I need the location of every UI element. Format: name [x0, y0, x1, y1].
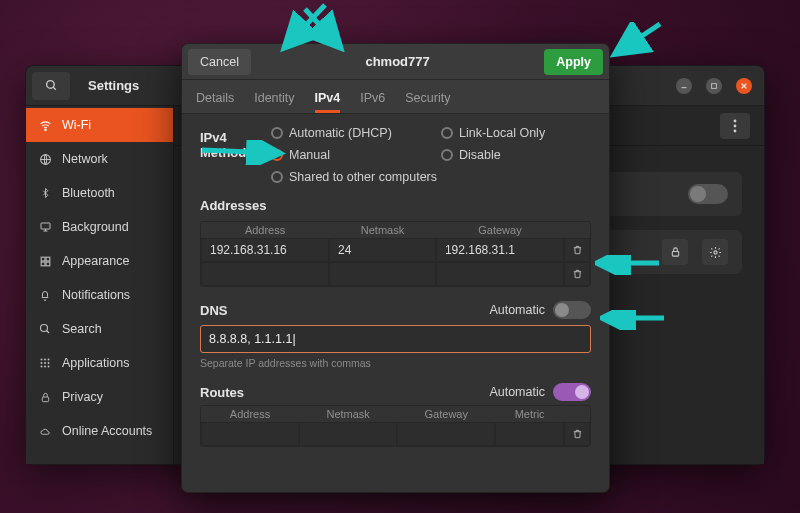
network-icon	[38, 153, 52, 166]
address-row: 192.168.31.1624192.168.31.1	[201, 238, 590, 262]
address-address-input[interactable]: 192.168.31.16	[201, 238, 329, 262]
sidebar-item-online-accounts[interactable]: Online Accounts	[26, 414, 173, 448]
routes-header-netmask: Netmask	[299, 408, 397, 420]
apply-button[interactable]: Apply	[544, 49, 603, 75]
sidebar-item-label: Appearance	[62, 254, 129, 268]
dns-automatic-label: Automatic	[489, 303, 545, 317]
tab-ipv6[interactable]: IPv6	[360, 91, 385, 113]
radio-icon	[441, 149, 453, 161]
ipv4-method-options: Automatic (DHCP)Link-Local OnlyManualDis…	[271, 126, 591, 184]
svg-point-20	[48, 362, 50, 364]
settings-title: Settings	[88, 78, 139, 93]
dns-hint: Separate IP addresses with commas	[200, 357, 591, 369]
address-netmask-input[interactable]: 24	[329, 238, 436, 262]
routes-automatic-label: Automatic	[489, 385, 545, 399]
sidebar-item-appearance[interactable]: Appearance	[26, 244, 173, 278]
svg-point-22	[44, 366, 46, 368]
dialog-header: Cancel chmod777 Apply	[182, 44, 609, 80]
dialog-body: IPv4 Method Automatic (DHCP)Link-Local O…	[182, 114, 609, 492]
address-gateway-input[interactable]: 192.168.31.1	[436, 238, 564, 262]
address-address-input[interactable]	[201, 262, 329, 286]
cancel-button[interactable]: Cancel	[188, 49, 251, 75]
sidebar-item-background[interactable]: Background	[26, 210, 173, 244]
svg-rect-8	[41, 223, 50, 229]
sidebar-item-label: Background	[62, 220, 129, 234]
radio-label: Shared to other computers	[289, 170, 437, 184]
settings-sidebar: Wi-FiNetworkBluetoothBackgroundAppearanc…	[26, 106, 174, 464]
ipv4-method-link-local-only[interactable]: Link-Local Only	[441, 126, 591, 140]
sidebar-item-search[interactable]: Search	[26, 312, 173, 346]
kebab-icon	[733, 119, 737, 133]
tab-ipv4[interactable]: IPv4	[315, 91, 341, 113]
svg-point-15	[41, 359, 43, 361]
wifi-settings-button[interactable]	[702, 239, 728, 265]
svg-point-27	[734, 129, 737, 132]
route-address-input[interactable]	[201, 422, 299, 446]
sidebar-item-wi-fi[interactable]: Wi-Fi	[26, 108, 173, 142]
route-metric-input[interactable]	[495, 422, 564, 446]
routes-section-header: Routes Automatic	[200, 383, 591, 401]
search-icon	[45, 79, 58, 92]
address-delete-button[interactable]	[564, 262, 590, 286]
trash-icon	[572, 428, 583, 440]
route-gateway-input[interactable]	[397, 422, 495, 446]
route-netmask-input[interactable]	[299, 422, 397, 446]
network-settings-dialog: Cancel chmod777 Apply DetailsIdentityIPv…	[181, 43, 610, 493]
svg-point-25	[734, 119, 737, 122]
addresses-header-gateway: Gateway	[436, 224, 564, 236]
close-button[interactable]	[736, 78, 752, 94]
svg-rect-3	[712, 83, 717, 88]
svg-point-26	[734, 124, 737, 127]
tab-details[interactable]: Details	[196, 91, 234, 113]
dns-title: DNS	[200, 303, 227, 318]
addresses-header-netmask: Netmask	[329, 224, 436, 236]
svg-rect-10	[46, 257, 50, 261]
addresses-title: Addresses	[200, 198, 591, 213]
minimize-button[interactable]	[676, 78, 692, 94]
search-button[interactable]	[32, 72, 70, 100]
address-gateway-input[interactable]	[436, 262, 564, 286]
svg-point-17	[48, 359, 50, 361]
sidebar-item-notifications[interactable]: Notifications	[26, 278, 173, 312]
cloud-icon	[38, 426, 52, 437]
addresses-table: Address Netmask Gateway 192.168.31.16241…	[200, 221, 591, 287]
radio-icon	[441, 127, 453, 139]
wifi-toggle[interactable]	[688, 184, 728, 204]
svg-point-18	[41, 362, 43, 364]
sidebar-item-network[interactable]: Network	[26, 142, 173, 176]
ipv4-method-disable[interactable]: Disable	[441, 148, 591, 162]
routes-header-gateway: Gateway	[397, 408, 495, 420]
address-delete-button[interactable]	[564, 238, 590, 262]
address-netmask-input[interactable]	[329, 262, 436, 286]
sidebar-item-label: Notifications	[62, 288, 130, 302]
bell-icon	[38, 289, 52, 302]
sidebar-item-label: Privacy	[62, 390, 103, 404]
routes-automatic-toggle[interactable]	[553, 383, 591, 401]
sidebar-item-applications[interactable]: Applications	[26, 346, 173, 380]
sidebar-item-bluetooth[interactable]: Bluetooth	[26, 176, 173, 210]
trash-icon	[572, 244, 583, 256]
svg-point-13	[41, 325, 48, 332]
dialog-title: chmod777	[251, 54, 544, 69]
radio-icon	[271, 149, 283, 161]
sidebar-item-privacy[interactable]: Privacy	[26, 380, 173, 414]
ipv4-method-shared-to-other-computers[interactable]: Shared to other computers	[271, 170, 441, 184]
svg-point-6	[44, 129, 45, 130]
panel-menu-button[interactable]	[720, 113, 750, 139]
maximize-button[interactable]	[706, 78, 722, 94]
display-icon	[38, 221, 52, 233]
wifi-lock-button[interactable]	[662, 239, 688, 265]
svg-point-23	[48, 366, 50, 368]
tab-security[interactable]: Security	[405, 91, 450, 113]
lock-icon	[670, 246, 681, 258]
svg-rect-12	[46, 262, 50, 266]
route-delete-button[interactable]	[564, 422, 590, 446]
ipv4-method-automatic-dhcp-[interactable]: Automatic (DHCP)	[271, 126, 441, 140]
dns-automatic-toggle[interactable]	[553, 301, 591, 319]
ipv4-method-manual[interactable]: Manual	[271, 148, 441, 162]
dns-servers-input[interactable]	[200, 325, 591, 353]
routes-title: Routes	[200, 385, 244, 400]
tab-identity[interactable]: Identity	[254, 91, 294, 113]
radio-icon	[271, 127, 283, 139]
appearance-icon	[38, 255, 52, 268]
